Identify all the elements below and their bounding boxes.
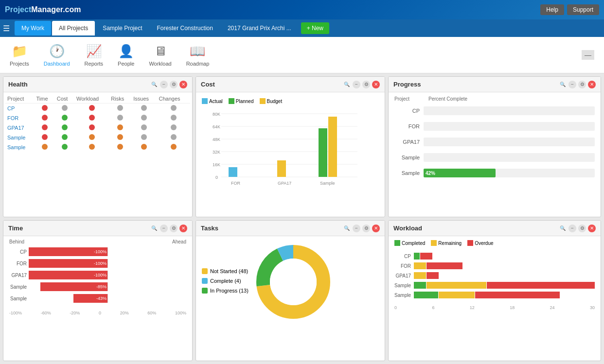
health-project-link[interactable]: FOR	[7, 115, 18, 121]
toolbar-people[interactable]: 👤 People	[118, 44, 134, 67]
tasks-search-icon[interactable]: 🔍	[343, 225, 351, 232]
health-dot	[117, 115, 123, 121]
toolbar: 📁 Projects 🕐 Dashboard 📈 Reports 👤 Peopl…	[0, 37, 604, 73]
collapse-button[interactable]: —	[582, 50, 594, 60]
cost-settings-icon[interactable]: ⚙	[362, 81, 370, 88]
cost-search-icon[interactable]: 🔍	[343, 81, 351, 88]
health-search-icon[interactable]: 🔍	[150, 81, 158, 88]
tasks-minus-icon[interactable]: −	[353, 225, 360, 232]
time-settings-icon[interactable]: ⚙	[170, 225, 178, 232]
health-content: Project Time Cost Workload Risks Issues …	[3, 92, 192, 217]
tab-grand-prix[interactable]: 2017 Grand Prix Archi ...	[221, 21, 298, 35]
time-project-label: CP	[9, 249, 29, 255]
health-dot	[141, 115, 147, 121]
support-button[interactable]: Support	[567, 4, 599, 15]
workload-project-label: GPA17	[394, 273, 414, 278]
health-dot	[62, 134, 68, 140]
hamburger-icon[interactable]: ☰	[3, 24, 10, 33]
workload-bars	[414, 262, 595, 269]
health-project-link[interactable]: Sample	[7, 135, 25, 140]
progress-bar-bg	[424, 122, 595, 131]
health-project-link[interactable]: Sample	[7, 144, 25, 150]
progress-row: Sample 42%	[394, 169, 595, 177]
workload-label: Workload	[149, 61, 171, 67]
progress-settings-icon[interactable]: ⚙	[578, 81, 586, 88]
toolbar-workload[interactable]: 🖥 Workload	[149, 44, 171, 67]
time-title: Time	[8, 225, 23, 232]
workload-settings-icon[interactable]: ⚙	[578, 225, 586, 232]
wl-bar-overdue	[426, 262, 462, 269]
progress-controls: 🔍 − ⚙ ✕	[559, 81, 596, 88]
tab-all-projects[interactable]: All Projects	[52, 21, 95, 35]
cost-title: Cost	[201, 81, 215, 88]
cost-controls: 🔍 − ⚙ ✕	[343, 81, 380, 88]
health-minus-icon[interactable]: −	[160, 81, 168, 88]
top-buttons: Help Support	[540, 4, 599, 15]
tab-sample-project[interactable]: Sample Project	[96, 21, 149, 35]
health-close-icon[interactable]: ✕	[179, 81, 187, 88]
time-search-icon[interactable]: 🔍	[150, 225, 158, 232]
workload-close-icon[interactable]: ✕	[588, 225, 596, 232]
workload-controls: 🔍 − ⚙ ✕	[559, 225, 596, 232]
health-dot	[42, 124, 48, 130]
people-label: People	[118, 61, 134, 67]
progress-close-icon[interactable]: ✕	[588, 81, 596, 88]
health-dot	[89, 134, 95, 140]
cost-close-icon[interactable]: ✕	[372, 81, 380, 88]
svg-text:FOR: FOR	[231, 181, 240, 186]
progress-minus-icon[interactable]: −	[568, 81, 576, 88]
reports-label: Reports	[85, 61, 104, 67]
col-risks: Risks	[109, 94, 131, 104]
toolbar-dashboard[interactable]: 🕐 Dashboard	[44, 44, 70, 67]
table-row: Sample	[5, 133, 190, 142]
time-bar-row: Sample -85%	[9, 282, 186, 291]
health-project-link[interactable]: GPA17	[7, 125, 24, 131]
time-bar-row: CP -100%	[9, 247, 186, 256]
progress-search-icon[interactable]: 🔍	[559, 81, 567, 88]
tab-forester[interactable]: Forester Construction	[150, 21, 220, 35]
toolbar-roadmap[interactable]: 📖 Roadmap	[186, 44, 210, 67]
workload-bars	[414, 292, 595, 298]
wl-bar-overdue	[420, 253, 432, 260]
cost-minus-icon[interactable]: −	[353, 81, 360, 88]
health-dot	[42, 134, 48, 140]
progress-title: Progress	[393, 81, 421, 88]
toolbar-reports[interactable]: 📈 Reports	[85, 44, 104, 67]
toolbar-projects[interactable]: 📁 Projects	[10, 44, 29, 67]
workload-project-label: CP	[394, 254, 414, 259]
time-close-icon[interactable]: ✕	[179, 225, 187, 232]
table-row: FOR	[5, 113, 190, 123]
tasks-settings-icon[interactable]: ⚙	[362, 225, 370, 232]
time-panel: Time 🔍 − ⚙ ✕ Behind Ahead CP -100% FOR -…	[3, 220, 193, 361]
tab-my-work[interactable]: My Work	[15, 21, 51, 35]
tasks-title: Tasks	[201, 225, 218, 232]
time-bar-area: -100%	[29, 259, 186, 268]
health-title: Health	[8, 81, 28, 88]
health-dot	[89, 115, 95, 121]
health-project-link[interactable]: CP	[7, 105, 15, 111]
dashboard-label: Dashboard	[44, 61, 70, 67]
time-bar-row: FOR -100%	[9, 259, 186, 268]
progress-project-label: GPA17	[394, 139, 424, 145]
health-dot	[171, 115, 177, 121]
workload-minus-icon[interactable]: −	[568, 225, 576, 232]
workload-project-label: Sample	[394, 293, 414, 298]
svg-text:0: 0	[215, 175, 218, 180]
progress-bar-bg	[424, 153, 595, 162]
time-bar-area: -100%	[29, 247, 186, 256]
progress-bar-bg	[424, 106, 595, 115]
table-row: CP	[5, 104, 190, 114]
svg-text:48K: 48K	[213, 137, 220, 142]
workload-search-icon[interactable]: 🔍	[559, 225, 567, 232]
col-time: Time	[35, 94, 55, 104]
tasks-close-icon[interactable]: ✕	[372, 225, 380, 232]
workload-panel-header: Workload 🔍 − ⚙ ✕	[389, 221, 601, 236]
health-settings-icon[interactable]: ⚙	[170, 81, 178, 88]
wl-bar-overdue	[487, 282, 595, 289]
new-button[interactable]: + New	[301, 22, 329, 34]
tasks-controls: 🔍 − ⚙ ✕	[343, 225, 380, 232]
time-minus-icon[interactable]: −	[160, 225, 168, 232]
people-icon: 👤	[118, 44, 134, 59]
help-button[interactable]: Help	[540, 4, 564, 15]
wl-bar-remaining	[426, 282, 486, 289]
